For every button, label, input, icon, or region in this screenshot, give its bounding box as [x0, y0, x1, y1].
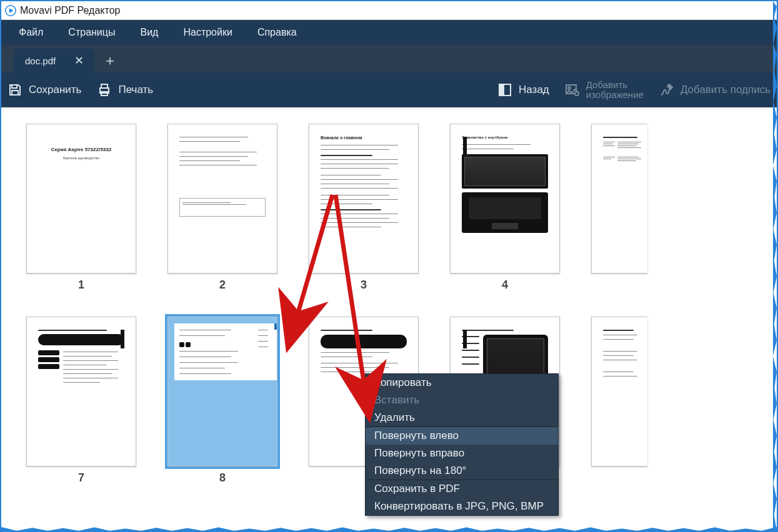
page-thumb-1[interactable]: Серия Aspire 5732Z/5332 Краткое руководс…: [26, 124, 136, 292]
tab-close-icon[interactable]: ✕: [74, 54, 84, 67]
ctx-paste: Вставить: [366, 392, 558, 409]
page4-title: Знакомство с ноутбуком: [462, 135, 548, 139]
print-label: Печать: [118, 84, 153, 96]
page-number: 7: [78, 471, 84, 485]
page-thumb-8[interactable]: 8: [167, 317, 277, 485]
page-thumb-7[interactable]: 7: [26, 317, 136, 485]
page-number: 1: [78, 278, 84, 292]
add-signature-label: Добавить подпись: [681, 84, 771, 96]
add-image-button[interactable]: Добавить изображение: [565, 80, 644, 100]
ctx-copy[interactable]: Копировать: [366, 374, 558, 392]
tab-doc[interactable]: doc.pdf ✕: [14, 49, 95, 72]
save-icon: [7, 82, 22, 97]
app-icon: [5, 5, 16, 16]
ctx-rotate-left[interactable]: Повернуть влево: [366, 427, 558, 445]
print-button[interactable]: Печать: [97, 82, 153, 97]
menu-help[interactable]: Справка: [245, 20, 309, 45]
back-button[interactable]: Назад: [497, 82, 549, 97]
ctx-save-pdf[interactable]: Сохранить в PDF: [366, 480, 558, 498]
ctx-rotate-right[interactable]: Повернуть вправо: [366, 445, 558, 462]
page-thumb-2[interactable]: 2: [167, 124, 277, 292]
save-label: Сохранить: [29, 84, 81, 96]
svg-rect-8: [499, 84, 504, 96]
page-thumb-5[interactable]: 5: [591, 124, 647, 292]
page3-title: Вначале о главном: [321, 135, 407, 140]
svg-rect-5: [101, 84, 107, 88]
page1-sub: Краткое руководство: [33, 156, 129, 160]
ctx-convert[interactable]: Конвертировать в JPG, PNG, BMP: [366, 498, 558, 515]
svg-point-10: [568, 87, 571, 89]
titlebar: Movavi PDF Редактор: [1, 1, 777, 20]
back-label: Назад: [519, 84, 549, 96]
add-signature-button[interactable]: Добавить подпись: [659, 82, 771, 97]
page-thumb-4[interactable]: Знакомство с ноутбуком 4: [450, 124, 560, 292]
ctx-rotate-180[interactable]: Повернуть на 180°: [366, 462, 558, 480]
page-thumb-3[interactable]: Вначале о главном 3: [309, 124, 419, 292]
page-number: 4: [502, 278, 508, 292]
app-window: Movavi PDF Редактор Файл Страницы Вид На…: [0, 0, 778, 532]
menubar: Файл Страницы Вид Настройки Справка: [1, 20, 777, 45]
page-number: 2: [219, 278, 226, 292]
page1-title: Серия Aspire 5732Z/5332: [33, 147, 129, 152]
signature-icon: [659, 82, 674, 97]
app-title: Movavi PDF Редактор: [20, 5, 120, 16]
save-button[interactable]: Сохранить: [7, 82, 81, 97]
svg-rect-3: [12, 91, 18, 95]
page-number: 3: [361, 278, 367, 292]
tabbar: doc.pdf ✕ ＋: [1, 45, 777, 72]
toolbar: Сохранить Печать Назад Добавить изображе…: [1, 72, 777, 107]
back-icon: [497, 82, 512, 97]
menu-pages[interactable]: Страницы: [56, 20, 127, 45]
ctx-delete[interactable]: Удалить: [366, 409, 558, 426]
context-menu: Копировать Вставить Удалить Повернуть вл…: [365, 373, 559, 516]
menu-settings[interactable]: Настройки: [171, 20, 244, 45]
add-image-icon: [565, 82, 580, 97]
tab-label: doc.pdf: [25, 56, 56, 66]
svg-rect-2: [12, 85, 17, 88]
add-image-l1: Добавить: [586, 80, 644, 90]
menu-view[interactable]: Вид: [127, 20, 171, 45]
page-thumb-11[interactable]: 11: [591, 317, 647, 485]
menu-file[interactable]: Файл: [6, 20, 56, 45]
page-number: 8: [219, 471, 226, 485]
print-icon: [97, 82, 112, 97]
add-image-l2: изображение: [586, 90, 644, 100]
tab-add-button[interactable]: ＋: [97, 49, 122, 72]
